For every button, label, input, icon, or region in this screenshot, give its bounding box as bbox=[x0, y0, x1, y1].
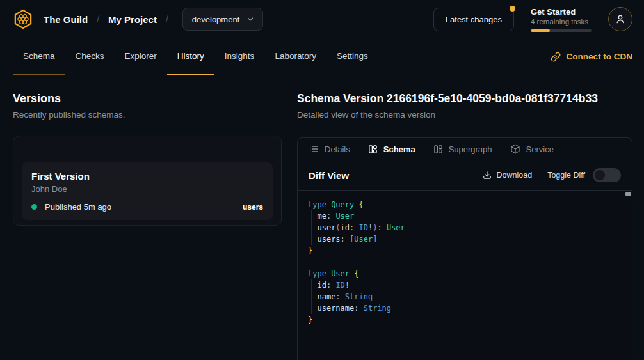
list-icon bbox=[309, 144, 319, 154]
schema-version-title: Schema Version 2166196f-5e10-4059-bd0a-0… bbox=[297, 92, 632, 106]
get-started-title: Get Started bbox=[531, 7, 592, 17]
version-meta-row: Published 5m ago users bbox=[31, 202, 263, 212]
latest-changes-button[interactable]: Latest changes bbox=[433, 8, 514, 31]
version-detail-card: Details Schema bbox=[297, 137, 632, 360]
schema-version-subtitle: Detailed view of the schema version bbox=[297, 110, 632, 120]
version-detail-panel: Schema Version 2166196f-5e10-4059-bd0a-0… bbox=[297, 75, 632, 360]
published-status-dot bbox=[31, 204, 37, 210]
version-name: First Version bbox=[31, 171, 263, 182]
tab-supergraph-label: Supergraph bbox=[449, 145, 492, 154]
download-icon bbox=[483, 171, 492, 180]
switch-knob bbox=[595, 170, 605, 180]
user-icon bbox=[615, 13, 626, 25]
versions-panel: Versions Recently published schemas. Fir… bbox=[13, 75, 297, 360]
get-started-progress-bar bbox=[531, 29, 592, 32]
tab-insights[interactable]: Insights bbox=[214, 38, 265, 75]
breadcrumb-separator: / bbox=[166, 14, 168, 24]
tab-schema-view-label: Schema bbox=[383, 145, 415, 154]
link-icon bbox=[551, 52, 561, 62]
schema-code-viewer[interactable]: type Query { me: User user(id: ID!): Use… bbox=[298, 191, 632, 360]
diff-view-actions: Download Toggle Diff bbox=[483, 168, 621, 182]
target-selector-value: development bbox=[192, 15, 239, 24]
get-started-subtitle: 4 remaining tasks bbox=[531, 18, 592, 26]
versions-subtitle: Recently published schemas. bbox=[13, 110, 297, 120]
main-nav: Schema Checks Explorer History Insights … bbox=[0, 38, 644, 75]
vertical-scrollbar[interactable] bbox=[624, 191, 632, 360]
tab-settings[interactable]: Settings bbox=[326, 38, 378, 75]
guild-logo-icon[interactable] bbox=[13, 9, 33, 29]
tab-schema[interactable]: Schema bbox=[13, 38, 65, 75]
progress-fill bbox=[531, 29, 550, 32]
tab-laboratory[interactable]: Laboratory bbox=[264, 38, 326, 75]
breadcrumb-separator: / bbox=[97, 14, 99, 24]
versions-title: Versions bbox=[13, 92, 297, 106]
columns-icon bbox=[368, 145, 378, 154]
service-badge: users bbox=[243, 203, 263, 212]
code-block: type Query { me: User user(id: ID!): Use… bbox=[308, 199, 613, 325]
indent-guide bbox=[311, 279, 312, 314]
cube-icon bbox=[510, 144, 520, 154]
tab-details[interactable]: Details bbox=[309, 144, 350, 154]
diff-view-header: Diff View Download Toggle D bbox=[298, 160, 632, 191]
connect-to-cdn-link[interactable]: Connect to CDN bbox=[551, 38, 633, 75]
top-bar: The Guild / My Project / development Lat… bbox=[0, 0, 644, 38]
connect-to-cdn-label: Connect to CDN bbox=[567, 52, 633, 61]
toggle-diff-label: Toggle Diff bbox=[547, 171, 585, 180]
breadcrumb-org[interactable]: The Guild bbox=[44, 14, 88, 25]
tab-details-label: Details bbox=[325, 145, 350, 154]
chevron-down-icon bbox=[246, 15, 255, 24]
version-author: John Doe bbox=[31, 184, 263, 194]
indent-guide bbox=[311, 210, 312, 245]
tab-service[interactable]: Service bbox=[510, 144, 554, 154]
columns-icon bbox=[433, 145, 443, 154]
notification-dot bbox=[510, 6, 515, 12]
tab-history[interactable]: History bbox=[167, 38, 214, 75]
version-status: Published 5m ago bbox=[45, 202, 111, 212]
tab-schema-view[interactable]: Schema bbox=[368, 145, 415, 154]
tab-explorer[interactable]: Explorer bbox=[115, 38, 167, 75]
toggle-diff-control: Toggle Diff bbox=[547, 168, 621, 182]
diff-view-title: Diff View bbox=[309, 170, 349, 181]
version-list-item[interactable]: First Version John Doe Published 5m ago … bbox=[22, 162, 273, 220]
tab-service-label: Service bbox=[526, 145, 554, 154]
scrollbar-thumb[interactable] bbox=[625, 192, 631, 196]
target-selector[interactable]: development bbox=[182, 8, 263, 31]
latest-changes-label: Latest changes bbox=[446, 15, 502, 24]
breadcrumb: The Guild / My Project / development bbox=[44, 8, 263, 31]
get-started-widget[interactable]: Get Started 4 remaining tasks bbox=[531, 7, 592, 32]
versions-card: First Version John Doe Published 5m ago … bbox=[13, 136, 282, 226]
detail-tabs: Details Schema bbox=[298, 138, 632, 160]
tab-supergraph[interactable]: Supergraph bbox=[433, 145, 492, 154]
top-bar-right: Latest changes Get Started 4 remaining t… bbox=[433, 7, 632, 32]
user-menu-button[interactable] bbox=[608, 7, 632, 31]
download-label: Download bbox=[497, 171, 533, 180]
toggle-diff-switch[interactable] bbox=[593, 168, 621, 182]
download-button[interactable]: Download bbox=[483, 171, 533, 180]
breadcrumb-project[interactable]: My Project bbox=[108, 14, 157, 25]
content: Versions Recently published schemas. Fir… bbox=[0, 75, 644, 360]
tab-checks[interactable]: Checks bbox=[65, 38, 115, 75]
